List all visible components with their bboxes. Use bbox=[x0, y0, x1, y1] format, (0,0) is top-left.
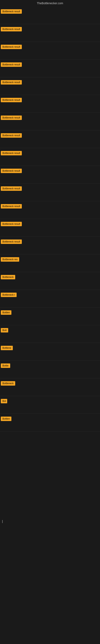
bottleneck-row: Bottlen bbox=[0, 308, 100, 325]
bottleneck-row: Bottleneck result bbox=[0, 148, 100, 166]
bottleneck-row: Bottleneck result bbox=[0, 95, 100, 113]
bottleneck-result-badge[interactable]: Bottleneck result bbox=[1, 240, 22, 244]
bottleneck-row: Bottleneck result bbox=[0, 42, 100, 60]
bottleneck-row: Bottle bbox=[0, 361, 100, 378]
bottleneck-result-badge[interactable]: Bottleneck result bbox=[1, 116, 22, 120]
bottleneck-result-badge[interactable]: Bottleneck result bbox=[1, 151, 22, 155]
bottleneck-result-badge[interactable]: Bottleneck result bbox=[1, 80, 22, 84]
bottleneck-result-badge[interactable]: Bottleneck bbox=[1, 275, 15, 279]
bottleneck-row: Bottlen bbox=[0, 414, 100, 432]
bottleneck-row: Bottleneck result bbox=[0, 113, 100, 130]
bottleneck-row: Bottleneck result bbox=[0, 237, 100, 254]
bottleneck-result-badge[interactable]: Bottleneck bbox=[1, 381, 15, 386]
bottleneck-result-badge[interactable]: Bot bbox=[1, 399, 7, 403]
bottleneck-result-badge[interactable]: Bottleneck result bbox=[1, 133, 22, 138]
bottleneck-row: Bottleneck result bbox=[0, 24, 100, 42]
bottleneck-row: Bottleneck result bbox=[0, 130, 100, 148]
bottleneck-result-badge[interactable]: Bottleneck result bbox=[1, 98, 22, 102]
bottleneck-result-badge[interactable]: Bottle bbox=[1, 364, 10, 368]
bottleneck-result-badge[interactable]: Bottlene bbox=[1, 346, 13, 350]
bottleneck-result-badge[interactable]: Bott bbox=[1, 328, 8, 332]
site-title: TheBottlenecker.com bbox=[0, 0, 100, 6]
bottleneck-row: Bottleneck bbox=[0, 272, 100, 290]
bottleneck-result-badge[interactable]: Bottleneck result bbox=[1, 204, 22, 208]
bottleneck-result-badge[interactable]: Bottleneck result bbox=[1, 186, 22, 191]
bottleneck-result-badge[interactable]: Bottlen bbox=[1, 416, 11, 421]
bottleneck-row: Bottleneck result bbox=[0, 166, 100, 184]
bottleneck-result-badge[interactable]: Bottleneck result bbox=[1, 169, 22, 173]
bottleneck-result-badge[interactable]: Bottleneck result bbox=[1, 62, 22, 67]
bottleneck-row: Bot bbox=[0, 396, 100, 414]
cursor: | bbox=[2, 520, 3, 523]
bottleneck-result-badge[interactable]: Bottlen bbox=[1, 310, 11, 315]
bottleneck-row: Bottleneck bbox=[0, 378, 100, 396]
bottleneck-row: Bottleneck res bbox=[0, 254, 100, 272]
bottleneck-row: Bottleneck result bbox=[0, 184, 100, 201]
bottleneck-row: Bottleneck result bbox=[0, 60, 100, 77]
bottleneck-result-badge[interactable]: Bottleneck result bbox=[1, 27, 22, 32]
bottleneck-result-badge[interactable]: Bottleneck res bbox=[1, 257, 19, 262]
bottleneck-result-badge[interactable]: Bottleneck r bbox=[1, 292, 17, 297]
bottleneck-row: Bottlene bbox=[0, 343, 100, 361]
bottleneck-result-badge[interactable]: Bottleneck result bbox=[1, 222, 22, 226]
bottleneck-row: Bottleneck result bbox=[0, 201, 100, 219]
bottleneck-row: Bottleneck result bbox=[0, 6, 100, 24]
bottleneck-row: Bottleneck r bbox=[0, 290, 100, 308]
bottleneck-result-badge[interactable]: Bottleneck result bbox=[1, 45, 22, 49]
bottleneck-row: Bottleneck result bbox=[0, 77, 100, 95]
bottleneck-result-badge[interactable]: Bottleneck result bbox=[1, 9, 22, 14]
bottleneck-row: Bottleneck result bbox=[0, 219, 100, 237]
bottleneck-row: Bott bbox=[0, 325, 100, 343]
